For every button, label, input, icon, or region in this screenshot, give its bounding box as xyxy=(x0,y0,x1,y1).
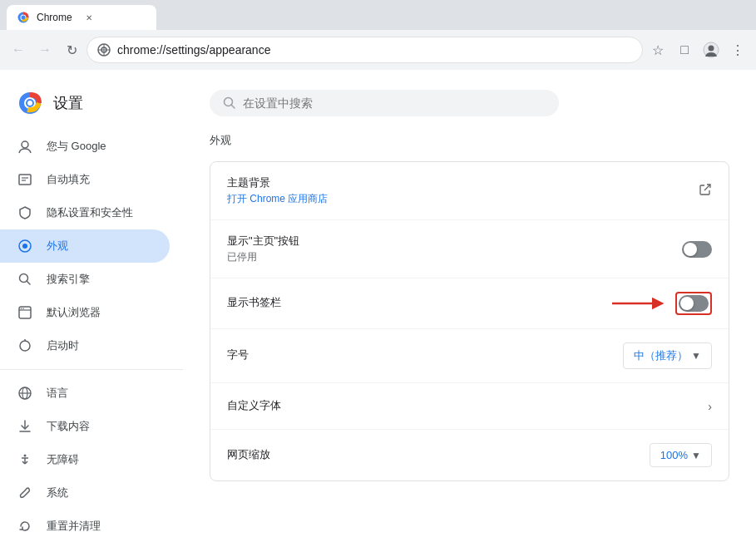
search-icon xyxy=(223,96,236,110)
svg-line-45 xyxy=(231,105,235,108)
svg-point-2 xyxy=(22,16,26,20)
address-text: chrome://settings/appearance xyxy=(117,43,632,57)
sidebar-header: 设置 xyxy=(0,83,183,130)
row-title: 主题背景 xyxy=(227,175,699,190)
active-tab[interactable]: Chrome ✕ xyxy=(7,5,156,30)
svg-point-12 xyxy=(27,101,32,106)
dropdown-value: 100% xyxy=(660,449,688,461)
sidebar-item-label: 无障碍 xyxy=(47,452,79,467)
sidebar-item-languages[interactable]: 语言 xyxy=(0,377,170,410)
svg-rect-14 xyxy=(19,175,31,185)
bookmark-star-button[interactable]: ☆ xyxy=(646,38,670,62)
chrome-logo xyxy=(17,90,43,116)
sidebar-item-label: 默认浏览器 xyxy=(47,305,101,320)
sidebar-item-downloads[interactable]: 下载内容 xyxy=(0,410,170,443)
toggle-knob xyxy=(684,243,697,256)
chevron-down-icon: ▼ xyxy=(691,350,701,362)
section-title: 外观 xyxy=(210,133,729,148)
row-title: 自定义字体 xyxy=(227,398,708,413)
red-arrow xyxy=(608,293,666,313)
svg-line-46 xyxy=(704,185,710,190)
sidebar-item-label: 隐私设置和安全性 xyxy=(47,205,133,220)
external-link-icon[interactable] xyxy=(699,183,712,200)
sidebar-item-search[interactable]: 搜索引擎 xyxy=(0,263,170,296)
zoom-dropdown[interactable]: 100% ▼ xyxy=(650,443,712,467)
tab-bar: Chrome ✕ xyxy=(0,0,756,30)
sidebar-item-reset[interactable]: 重置并清理 xyxy=(0,510,170,542)
menu-button[interactable]: ⋮ xyxy=(726,38,749,62)
svg-point-18 xyxy=(22,244,27,249)
settings-card: 主题背景 打开 Chrome 应用商店 显示"主页"按钮 xyxy=(210,161,729,481)
search-icon xyxy=(17,271,33,288)
startup-icon xyxy=(17,338,33,354)
settings-row-font-size: 字号 中（推荐） ▼ xyxy=(210,329,729,383)
tab-close-button[interactable]: ✕ xyxy=(82,11,96,24)
sidebar-item-label: 下载内容 xyxy=(47,419,90,434)
row-title: 显示"主页"按钮 xyxy=(227,234,682,249)
sidebar-item-label: 自动填充 xyxy=(47,172,90,187)
settings-row-zoom: 网页缩放 100% ▼ xyxy=(210,430,729,480)
page-content: 设置 您与 Google 自动填充 隐私设置和安全性 xyxy=(0,70,756,542)
sidebar-item-privacy[interactable]: 隐私设置和安全性 xyxy=(0,196,170,229)
row-subtitle: 打开 Chrome 应用商店 xyxy=(227,192,699,206)
sidebar-item-accessibility[interactable]: 无障碍 xyxy=(0,443,170,476)
main-content: 外观 主题背景 打开 Chrome 应用商店 xyxy=(183,70,756,542)
download-icon xyxy=(17,418,33,435)
settings-row-custom-font[interactable]: 自定义字体 › xyxy=(210,383,729,430)
globe-icon xyxy=(17,385,33,402)
dropdown-value: 中（推荐） xyxy=(634,348,688,363)
chevron-down-icon: ▼ xyxy=(691,450,701,461)
sidebar-item-appearance[interactable]: 外观 xyxy=(0,229,170,263)
sidebar-item-default-browser[interactable]: 默认浏览器 xyxy=(0,296,170,329)
svg-point-23 xyxy=(21,308,22,309)
accessibility-icon xyxy=(17,451,33,468)
sidebar-item-label: 启动时 xyxy=(47,338,79,353)
home-button-toggle[interactable] xyxy=(682,241,712,258)
refresh-button[interactable]: ↻ xyxy=(60,38,83,62)
sidebar-item-label: 重置并清理 xyxy=(47,519,101,534)
sidebar-item-startup[interactable]: 启动时 xyxy=(0,329,170,362)
settings-row-home-button: 显示"主页"按钮 已停用 xyxy=(210,220,729,278)
profile-button[interactable] xyxy=(699,38,723,62)
toolbar-icons: ☆ □ ⋮ xyxy=(646,38,749,62)
person-icon xyxy=(17,138,33,155)
search-input[interactable] xyxy=(243,96,546,110)
sidebar-item-label: 语言 xyxy=(47,386,68,401)
appearance-icon xyxy=(17,238,33,254)
chevron-right-icon: › xyxy=(708,400,712,413)
shield-icon xyxy=(17,204,33,221)
sidebar: 设置 您与 Google 自动填充 隐私设置和安全性 xyxy=(0,70,183,542)
forward-button[interactable]: → xyxy=(33,38,57,62)
svg-point-13 xyxy=(22,141,28,148)
toggle-highlight-box xyxy=(675,292,712,315)
address-bar-row: ← → ↻ chrome://settings/appearance ☆ □ xyxy=(0,30,756,70)
search-bar[interactable] xyxy=(210,90,559,116)
autofill-icon xyxy=(17,171,33,188)
svg-point-24 xyxy=(22,308,24,309)
row-subtitle: 已停用 xyxy=(227,250,682,264)
sidebar-title: 设置 xyxy=(53,93,83,113)
browser-frame: Chrome ✕ ← → ↻ chrome://settings/appeara… xyxy=(0,0,756,542)
sidebar-item-label: 系统 xyxy=(47,485,68,500)
open-chrome-store-link[interactable]: 打开 Chrome 应用商店 xyxy=(227,193,328,204)
row-title: 网页缩放 xyxy=(227,447,650,462)
svg-point-8 xyxy=(709,46,714,52)
settings-row-theme: 主题背景 打开 Chrome 应用商店 xyxy=(210,162,729,220)
row-title: 字号 xyxy=(227,347,623,362)
svg-point-32 xyxy=(24,455,27,457)
tab-title: Chrome xyxy=(37,12,72,23)
sidebar-item-label: 外观 xyxy=(47,239,68,254)
back-button[interactable]: ← xyxy=(7,38,30,62)
sidebar-item-label: 搜索引擎 xyxy=(47,272,90,287)
address-bar[interactable]: chrome://settings/appearance xyxy=(86,37,643,63)
svg-line-20 xyxy=(27,281,30,284)
sidebar-item-label: 您与 Google xyxy=(47,139,106,154)
svg-point-25 xyxy=(20,341,30,351)
sidebar-item-google[interactable]: 您与 Google xyxy=(0,130,170,163)
sidebar-item-system[interactable]: 系统 xyxy=(0,476,170,510)
sidebar-item-autofill[interactable]: 自动填充 xyxy=(0,163,170,196)
window-button[interactable]: □ xyxy=(673,38,696,62)
bookmarks-toggle[interactable] xyxy=(679,295,709,312)
font-size-dropdown[interactable]: 中（推荐） ▼ xyxy=(623,342,712,369)
sidebar-divider xyxy=(0,369,183,370)
